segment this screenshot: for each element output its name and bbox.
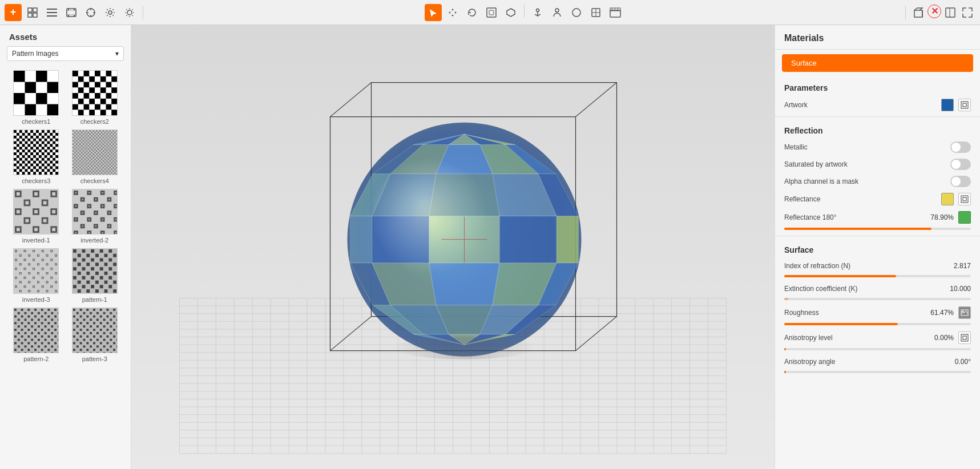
- anisotropy-angle-slider-container: [775, 370, 980, 377]
- roughness-slider[interactable]: [784, 323, 971, 325]
- roughness-row: Roughness 61.47%: [775, 304, 980, 322]
- reflectance-icon-btn[interactable]: [958, 193, 971, 205]
- mesh-tool[interactable]: [502, 4, 519, 21]
- sun-icon[interactable]: [121, 4, 138, 21]
- window-controls: ✕: [910, 5, 975, 21]
- viewport-canvas[interactable]: [131, 25, 775, 469]
- extinction-row: Extinction coefficient (K) 10.000: [775, 281, 980, 297]
- asset-pattern1[interactable]: pattern-1: [68, 248, 122, 303]
- svg-rect-20: [487, 8, 496, 17]
- asset-label-checkers3: checkers3: [22, 177, 50, 184]
- asset-pattern2[interactable]: pattern-2: [9, 308, 63, 362]
- asset-label-inverted1: inverted-1: [22, 237, 50, 244]
- assets-dropdown[interactable]: Pattern Images ▾: [7, 46, 124, 61]
- roughness-image-btn[interactable]: [958, 306, 971, 319]
- reflectance-color-swatch[interactable]: [941, 193, 954, 205]
- alpha-row: Alpha channel is a mask: [775, 173, 980, 190]
- asset-label-pattern1: pattern-1: [82, 296, 107, 303]
- svg-rect-2: [28, 13, 32, 17]
- close-icon[interactable]: ✕: [927, 5, 941, 18]
- roughness-slider-container: [775, 322, 980, 329]
- alpha-toggle[interactable]: [950, 176, 971, 187]
- extinction-slider[interactable]: [784, 298, 971, 300]
- anisotropy-icon-btn[interactable]: [958, 331, 971, 344]
- panel-icon[interactable]: [942, 5, 958, 21]
- gear-icon[interactable]: [102, 4, 119, 21]
- extinction-slider-container: [775, 297, 980, 304]
- asset-checkers2[interactable]: checkers2: [68, 70, 122, 125]
- surface-section-header: Surface: [775, 238, 980, 258]
- asset-inverted1[interactable]: inverted-1: [9, 189, 63, 244]
- viewport[interactable]: [131, 25, 775, 469]
- svg-rect-0: [28, 8, 32, 12]
- assets-grid: checkers1 checkers2 checkers3 checkers4 …: [0, 66, 131, 367]
- svg-rect-30: [610, 10, 620, 17]
- asset-checkers1[interactable]: checkers1: [9, 70, 63, 125]
- box-icon[interactable]: [910, 5, 926, 21]
- anisotropy-angle-row: Anisotropy angle 0.00°: [775, 354, 980, 370]
- toolbar-divider-2: [524, 4, 525, 18]
- reflectance-180-color[interactable]: [958, 211, 971, 224]
- asset-checkers3[interactable]: checkers3: [9, 130, 63, 184]
- rotate-tool[interactable]: [463, 4, 481, 21]
- svg-point-23: [537, 9, 539, 11]
- dropdown-label: Pattern Images: [12, 50, 58, 58]
- anisotropy-angle-fill: [784, 371, 786, 373]
- alpha-label: Alpha channel is a mask: [784, 177, 946, 185]
- asset-pattern3[interactable]: pattern-3: [68, 308, 122, 362]
- person-tool[interactable]: [549, 4, 566, 21]
- index-slider[interactable]: [784, 275, 971, 277]
- roughness-label: Roughness: [784, 309, 921, 317]
- metallic-toggle[interactable]: [950, 141, 971, 153]
- crosshair-icon[interactable]: [82, 4, 99, 21]
- svg-rect-46: [963, 336, 966, 339]
- artwork-color-swatch[interactable]: [941, 99, 954, 111]
- anchor-tool[interactable]: [529, 4, 546, 21]
- asset-checkers4[interactable]: checkers4: [68, 130, 122, 184]
- viewport-tool[interactable]: [483, 4, 500, 21]
- anisotropy-angle-slider[interactable]: [784, 371, 971, 373]
- svg-rect-37: [946, 8, 955, 17]
- circle-tool[interactable]: [568, 4, 585, 21]
- reflectance-180-slider[interactable]: [784, 228, 971, 230]
- surface-tool[interactable]: [587, 4, 604, 21]
- reflection-header: Reflection: [775, 119, 980, 139]
- saturated-toggle[interactable]: [950, 159, 971, 170]
- svg-rect-10: [74, 9, 75, 10]
- asset-label-pattern3: pattern-3: [82, 355, 107, 362]
- svg-rect-11: [68, 15, 69, 17]
- main-layout: Assets Pattern Images ▾ checkers1 checke…: [0, 25, 980, 469]
- film-icon[interactable]: [63, 4, 80, 21]
- chevron-down-icon: ▾: [115, 50, 119, 58]
- grid-icon[interactable]: [24, 4, 41, 21]
- artwork-icon-btn[interactable]: [958, 99, 971, 111]
- index-row: Index of refraction (N) 2.817: [775, 258, 980, 274]
- reflectance-row: Reflectance: [775, 190, 980, 208]
- index-value: 2.817: [942, 262, 971, 270]
- right-panel: Materials Surface Parameters Artwork Ref…: [775, 25, 980, 469]
- saturated-row: Saturated by artwork: [775, 156, 980, 173]
- svg-rect-6: [47, 15, 57, 17]
- separator-1: [775, 116, 980, 117]
- anisotropy-slider[interactable]: [784, 348, 971, 350]
- svg-rect-42: [963, 197, 966, 201]
- asset-inverted2[interactable]: inverted-2: [68, 189, 122, 244]
- reflectance-180-value: 78.90%: [925, 213, 954, 221]
- separator-2: [775, 236, 980, 236]
- move-tool[interactable]: [444, 4, 461, 21]
- roughness-value: 61.47%: [925, 309, 954, 317]
- extinction-fill: [784, 298, 788, 300]
- surface-tab[interactable]: Surface: [782, 54, 973, 72]
- svg-rect-12: [74, 15, 75, 17]
- clapboard-tool[interactable]: [607, 4, 624, 21]
- svg-rect-5: [47, 12, 57, 13]
- asset-inverted3[interactable]: inverted-3: [9, 248, 63, 303]
- cursor-tool[interactable]: [425, 4, 442, 21]
- svg-point-19: [127, 10, 132, 15]
- svg-rect-8: [67, 10, 76, 15]
- maximize-icon[interactable]: [959, 5, 975, 21]
- add-icon[interactable]: +: [5, 4, 22, 21]
- svg-rect-39: [961, 102, 968, 108]
- hamburger-icon[interactable]: [43, 4, 61, 21]
- roughness-fill: [784, 323, 898, 325]
